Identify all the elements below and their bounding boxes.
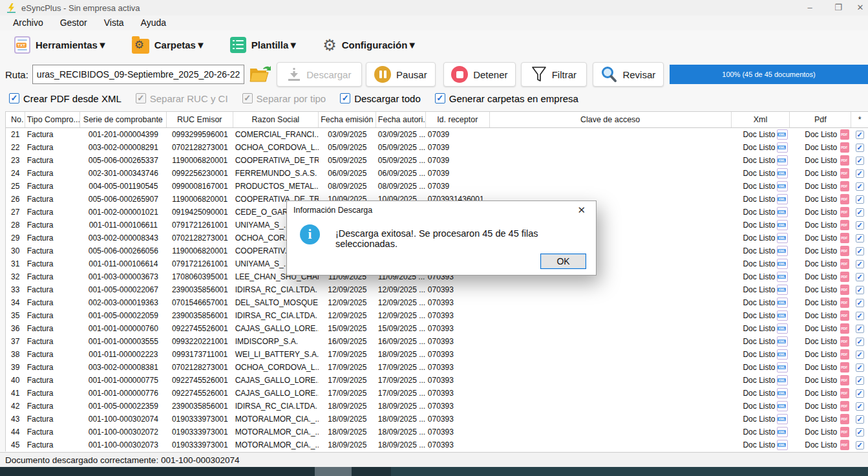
column-header[interactable]: Fecha autori... bbox=[376, 112, 426, 127]
pdf-file-icon[interactable]: PDF bbox=[840, 168, 849, 178]
table-row[interactable]: 37Factura001-001-0000035550993220221001I… bbox=[6, 335, 868, 348]
pdf-file-icon[interactable]: PDF bbox=[840, 246, 849, 256]
row-checkbox[interactable]: ✓ bbox=[856, 169, 864, 178]
pdf-file-icon[interactable]: PDF bbox=[840, 349, 849, 360]
checkbox-icon[interactable]: ✓ bbox=[9, 93, 19, 103]
row-checkbox[interactable]: ✓ bbox=[856, 441, 864, 449]
option-checkbox-item[interactable]: ✓Descargar todo bbox=[340, 93, 421, 104]
row-checkbox[interactable]: ✓ bbox=[856, 157, 864, 165]
row-checkbox[interactable]: ✓ bbox=[856, 389, 864, 398]
column-header[interactable]: Id. receptor bbox=[426, 112, 490, 127]
pdf-file-icon[interactable]: PDF bbox=[840, 142, 849, 153]
xml-file-icon[interactable]: XML bbox=[777, 168, 788, 178]
row-checkbox[interactable]: ✓ bbox=[856, 260, 864, 268]
row-checkbox[interactable]: ✓ bbox=[856, 325, 864, 333]
xml-file-icon[interactable]: XML bbox=[777, 414, 788, 424]
xml-file-icon[interactable]: XML bbox=[777, 233, 788, 243]
xml-file-icon[interactable]: XML bbox=[777, 181, 788, 191]
toolbar-item-carpetas[interactable]: ⚙ Carpetas▼ bbox=[132, 37, 206, 54]
column-header[interactable]: No. bbox=[6, 112, 25, 127]
filtrar-button[interactable]: Filtrar bbox=[521, 62, 587, 87]
xml-file-icon[interactable]: XML bbox=[777, 142, 788, 153]
table-row[interactable]: 21Factura001-201-0000043990993299596001C… bbox=[6, 128, 868, 141]
option-checkbox-item[interactable]: ✓Generar carpetas en empresa bbox=[435, 93, 578, 104]
pdf-file-icon[interactable]: PDF bbox=[840, 414, 849, 424]
row-checkbox[interactable]: ✓ bbox=[856, 376, 864, 385]
menu-item-vista[interactable]: Vista bbox=[98, 16, 131, 30]
pdf-file-icon[interactable]: PDF bbox=[840, 285, 849, 295]
column-header[interactable]: Razon Social bbox=[233, 112, 319, 127]
xml-file-icon[interactable]: XML bbox=[777, 285, 788, 295]
xml-file-icon[interactable]: XML bbox=[777, 194, 788, 204]
pdf-file-icon[interactable]: PDF bbox=[840, 220, 849, 230]
pdf-file-icon[interactable]: PDF bbox=[840, 310, 849, 321]
column-header[interactable]: Fecha emisión bbox=[319, 112, 376, 127]
pausar-button[interactable]: Pausar bbox=[366, 62, 436, 87]
xml-file-icon[interactable]: XML bbox=[777, 129, 788, 140]
pdf-file-icon[interactable]: PDF bbox=[840, 323, 849, 334]
row-checkbox[interactable]: ✓ bbox=[856, 299, 864, 307]
toolbar-item-herramientas[interactable]: TXT Herramientas▼ bbox=[14, 36, 107, 54]
column-header[interactable]: Pdf bbox=[790, 112, 851, 127]
xml-file-icon[interactable]: XML bbox=[777, 207, 788, 217]
row-checkbox[interactable]: ✓ bbox=[856, 131, 864, 139]
menu-item-gestor[interactable]: Gestor bbox=[54, 16, 94, 30]
xml-file-icon[interactable]: XML bbox=[777, 155, 788, 166]
xml-file-icon[interactable]: XML bbox=[777, 440, 788, 450]
pdf-file-icon[interactable]: PDF bbox=[840, 272, 849, 282]
row-checkbox[interactable]: ✓ bbox=[856, 402, 864, 411]
toolbar-item-plantilla[interactable]: Plantilla▼ bbox=[230, 37, 298, 53]
xml-file-icon[interactable]: XML bbox=[777, 349, 788, 360]
checkbox-icon[interactable]: ✓ bbox=[435, 93, 445, 103]
pdf-file-icon[interactable]: PDF bbox=[840, 336, 849, 347]
table-row[interactable]: 25Factura004-005-0011905450990008167001P… bbox=[6, 180, 868, 193]
table-row[interactable]: 35Factura001-005-0000220592390035856001I… bbox=[6, 309, 868, 322]
column-header[interactable]: Clave de acceso bbox=[490, 112, 732, 127]
pdf-file-icon[interactable]: PDF bbox=[840, 401, 849, 411]
toolbar-item-configuracion[interactable]: ⚙ Configuración▼ bbox=[323, 38, 417, 53]
pdf-file-icon[interactable]: PDF bbox=[840, 155, 849, 166]
row-checkbox[interactable]: ✓ bbox=[856, 208, 864, 217]
row-checkbox[interactable]: ✓ bbox=[856, 312, 864, 320]
column-header[interactable]: Serie de comprobante bbox=[80, 112, 167, 127]
taskbar-window-button[interactable] bbox=[315, 467, 352, 476]
option-checkbox-item[interactable]: ✓Crear PDF desde XML bbox=[9, 93, 122, 104]
pdf-file-icon[interactable]: PDF bbox=[840, 298, 849, 308]
table-row[interactable]: 41Factura001-001-0000007760922745526001C… bbox=[6, 387, 868, 400]
xml-file-icon[interactable]: XML bbox=[777, 310, 788, 321]
descargar-button[interactable]: Descargar bbox=[277, 62, 362, 87]
pdf-file-icon[interactable]: PDF bbox=[840, 207, 849, 217]
row-checkbox[interactable]: ✓ bbox=[856, 428, 864, 437]
xml-file-icon[interactable]: XML bbox=[777, 272, 788, 282]
row-checkbox[interactable]: ✓ bbox=[856, 144, 864, 152]
detener-button[interactable]: Detener bbox=[443, 62, 516, 87]
pdf-file-icon[interactable]: PDF bbox=[840, 440, 849, 450]
pdf-file-icon[interactable]: PDF bbox=[840, 194, 849, 204]
table-row[interactable]: 33Factura001-005-0000220672390035856001I… bbox=[6, 283, 868, 296]
table-row[interactable]: 42Factura001-005-0000223592390035856001I… bbox=[6, 400, 868, 413]
ok-button[interactable]: OK bbox=[540, 254, 586, 269]
column-header[interactable]: Tipo Compro... bbox=[25, 112, 80, 127]
table-row[interactable]: 43Factura001-100-0003020740190333973001M… bbox=[6, 413, 868, 426]
xml-file-icon[interactable]: XML bbox=[777, 298, 788, 308]
table-row[interactable]: 45Factura001-100-0003020730190333973001M… bbox=[6, 438, 868, 451]
table-row[interactable]: 36Factura001-001-0000007600922745526001C… bbox=[6, 322, 868, 335]
table-row[interactable]: 22Factura003-002-0000082910702128273001O… bbox=[6, 141, 868, 154]
close-button[interactable]: ✕ bbox=[852, 0, 868, 16]
pdf-file-icon[interactable]: PDF bbox=[840, 181, 849, 191]
row-checkbox[interactable]: ✓ bbox=[856, 195, 864, 204]
xml-file-icon[interactable]: XML bbox=[777, 375, 788, 385]
row-checkbox[interactable]: ✓ bbox=[856, 221, 864, 230]
row-checkbox[interactable]: ✓ bbox=[856, 286, 864, 294]
table-row[interactable]: 34Factura002-003-0000193630701546657001D… bbox=[6, 296, 868, 309]
menu-item-ayuda[interactable]: Ayuda bbox=[134, 16, 173, 30]
xml-file-icon[interactable]: XML bbox=[777, 362, 788, 373]
table-row[interactable]: 40Factura001-001-0000007750922745526001C… bbox=[6, 374, 868, 387]
row-checkbox[interactable]: ✓ bbox=[856, 415, 864, 424]
row-checkbox[interactable]: ✓ bbox=[856, 273, 864, 281]
xml-file-icon[interactable]: XML bbox=[777, 401, 788, 411]
table-row[interactable]: 23Factura005-006-0002653371190006820001C… bbox=[6, 154, 868, 167]
row-checkbox[interactable]: ✓ bbox=[856, 234, 864, 243]
table-row[interactable]: 44Factura001-100-0003020720190333973001M… bbox=[6, 426, 868, 438]
table-row[interactable]: 38Factura001-011-0000022230993173711001W… bbox=[6, 348, 868, 361]
